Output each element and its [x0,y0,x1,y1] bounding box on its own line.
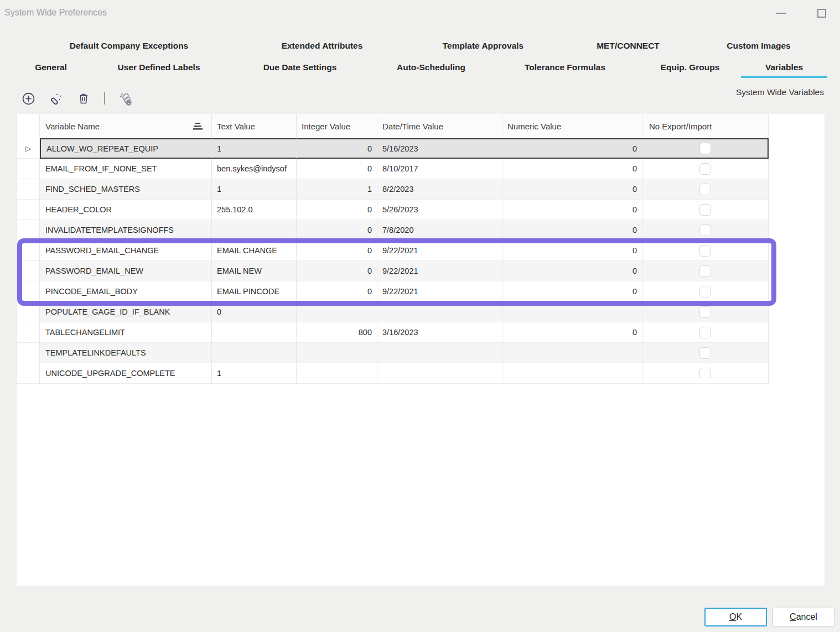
tab-due-date-settings[interactable]: Due Date Settings [263,60,337,75]
cell-datetime-value[interactable]: 9/22/2021 [377,241,502,261]
cell-numeric-value[interactable]: 0 [502,322,642,343]
cell-numeric-value[interactable]: 0 [502,200,642,220]
no-export-checkbox[interactable] [699,327,711,338]
no-export-checkbox[interactable] [699,286,711,297]
table-row[interactable]: INVALIDATETEMPLATESIGNOFFS07/8/20200 [17,220,769,241]
cell-numeric-value[interactable]: 0 [502,261,642,281]
add-icon[interactable] [21,91,35,106]
cell-text-value[interactable]: EMAIL PINCODE [212,281,297,302]
column-header-numeric-value[interactable]: Numeric Value [502,114,642,138]
no-export-checkbox[interactable] [699,143,711,154]
row-indicator-cell[interactable] [17,241,40,261]
cell-datetime-value[interactable]: 5/26/2023 [377,200,502,220]
row-indicator-cell[interactable] [17,322,40,343]
magic-wand-icon[interactable] [49,91,63,106]
tab-template-approvals[interactable]: Template Approvals [443,39,523,53]
tab-equip-groups[interactable]: Equip. Groups [661,60,720,75]
minimize-icon[interactable] [776,13,786,14]
table-row[interactable]: FIND_SCHED_MASTERS118/2/20230 [17,179,769,200]
cell-variable-name[interactable]: INVALIDATETEMPLATESIGNOFFS [40,220,212,241]
tab-user-defined-labels[interactable]: User Defined Labels [117,60,200,75]
cell-datetime-value[interactable]: 9/22/2021 [377,261,502,281]
cell-variable-name[interactable]: UNICODE_UPGRADE_COMPLETE [40,363,212,384]
cell-integer-value[interactable]: 1 [297,179,377,200]
table-row[interactable]: UNICODE_UPGRADE_COMPLETE1 [17,363,769,384]
cell-variable-name[interactable]: FIND_SCHED_MASTERS [40,179,212,200]
cell-text-value[interactable]: 0 [212,302,297,322]
column-header-variable-name[interactable]: Variable Name [40,114,212,138]
row-indicator-cell[interactable] [17,281,40,302]
cell-integer-value[interactable]: 800 [297,322,377,343]
cell-numeric-value[interactable]: 0 [502,281,642,302]
cell-variable-name[interactable]: POPULATE_GAGE_ID_IF_BLANK [40,302,212,322]
table-row[interactable]: PASSWORD_EMAIL_NEWEMAIL NEW09/22/20210 [17,261,769,281]
cell-integer-value[interactable]: 0 [297,220,377,241]
cell-integer-value[interactable]: 0 [297,241,377,261]
cell-text-value[interactable]: ben.sykes@indysof [212,159,297,179]
cell-text-value[interactable]: EMAIL CHANGE [212,241,297,261]
tab-custom-images[interactable]: Custom Images [727,39,790,53]
cell-text-value[interactable] [212,343,297,363]
cell-integer-value[interactable]: 0 [297,281,377,302]
cell-integer-value[interactable]: 0 [297,159,377,179]
table-row[interactable]: HEADER_COLOR255.102.005/26/20230 [17,200,769,220]
cell-variable-name[interactable]: TABLECHANGELIMIT [40,322,212,343]
cell-variable-name[interactable]: ALLOW_WO_REPEAT_EQUIP [40,138,212,159]
table-row[interactable]: PASSWORD_EMAIL_CHANGEEMAIL CHANGE09/22/2… [17,241,769,261]
cell-integer-value[interactable] [297,302,377,322]
cell-text-value[interactable] [212,220,297,241]
cell-variable-name[interactable]: PASSWORD_EMAIL_NEW [40,261,212,281]
ok-button[interactable]: OK [704,608,767,626]
cell-datetime-value[interactable]: 7/8/2020 [377,220,502,241]
no-export-checkbox[interactable] [699,224,711,236]
row-indicator-cell[interactable] [17,220,40,241]
cell-integer-value[interactable]: 0 [297,261,377,281]
cell-numeric-value[interactable]: 0 [502,159,642,179]
cell-numeric-value[interactable]: 0 [502,220,642,241]
tab-tolerance-formulas[interactable]: Tolerance Formulas [525,60,605,75]
no-export-checkbox[interactable] [699,245,711,257]
column-header-no-export-import[interactable]: No Export/Import [642,114,769,138]
tab-general[interactable]: General [35,60,67,75]
cell-integer-value[interactable]: 0 [297,200,377,220]
row-indicator-cell[interactable] [17,343,40,363]
cell-variable-name[interactable]: TEMPLATELINKDEFAULTS [40,343,212,363]
cancel-button[interactable]: Cancel [772,608,834,626]
no-export-checkbox[interactable] [699,163,711,175]
cell-datetime-value[interactable]: 3/16/2023 [377,322,502,343]
cell-numeric-value[interactable]: 0 [502,241,642,261]
no-export-checkbox[interactable] [699,184,711,195]
tab-variables[interactable]: Variables [765,60,803,75]
tab-default-company-exceptions[interactable]: Default Company Exceptions [70,39,188,53]
cell-integer-value[interactable] [297,343,377,363]
cell-datetime-value[interactable] [377,343,502,363]
row-indicator-cell[interactable] [17,200,40,220]
cell-text-value[interactable] [212,322,297,343]
cell-text-value[interactable]: EMAIL NEW [212,261,297,281]
cell-datetime-value[interactable]: 8/2/2023 [377,179,502,200]
cell-numeric-value[interactable] [502,343,642,363]
row-indicator-cell[interactable]: ▷ [17,138,40,159]
no-export-checkbox[interactable] [699,368,711,379]
row-indicator-cell[interactable] [17,302,40,322]
cell-numeric-value[interactable]: 0 [502,138,642,159]
cell-text-value[interactable]: 1 [212,138,297,159]
cell-variable-name[interactable]: HEADER_COLOR [40,200,212,220]
cell-datetime-value[interactable]: 9/22/2021 [377,281,502,302]
tab-auto-scheduling[interactable]: Auto-Scheduling [397,60,465,75]
column-header-integer-value[interactable]: Integer Value [297,114,377,138]
row-indicator-cell[interactable] [17,261,40,281]
cell-variable-name[interactable]: EMAIL_FROM_IF_NONE_SET [40,159,212,179]
row-indicator-cell[interactable] [17,363,40,384]
cell-datetime-value[interactable]: 5/16/2023 [377,138,502,159]
no-export-checkbox[interactable] [699,204,711,216]
no-export-checkbox[interactable] [699,347,711,359]
cell-variable-name[interactable]: PINCODE_EMAIL_BODY [40,281,212,302]
column-header-text-value[interactable]: Text Value [212,114,297,138]
cell-numeric-value[interactable] [502,363,642,384]
column-header-datetime-value[interactable]: Date/Time Value [377,114,502,138]
table-row[interactable]: ▷ALLOW_WO_REPEAT_EQUIP105/16/20230 [17,138,769,159]
tab-met-connect[interactable]: MET/CONNECT [597,39,660,53]
tab-extended-attributes[interactable]: Extended Attributes [282,39,363,53]
table-row[interactable]: EMAIL_FROM_IF_NONE_SETben.sykes@indysof0… [17,159,769,179]
